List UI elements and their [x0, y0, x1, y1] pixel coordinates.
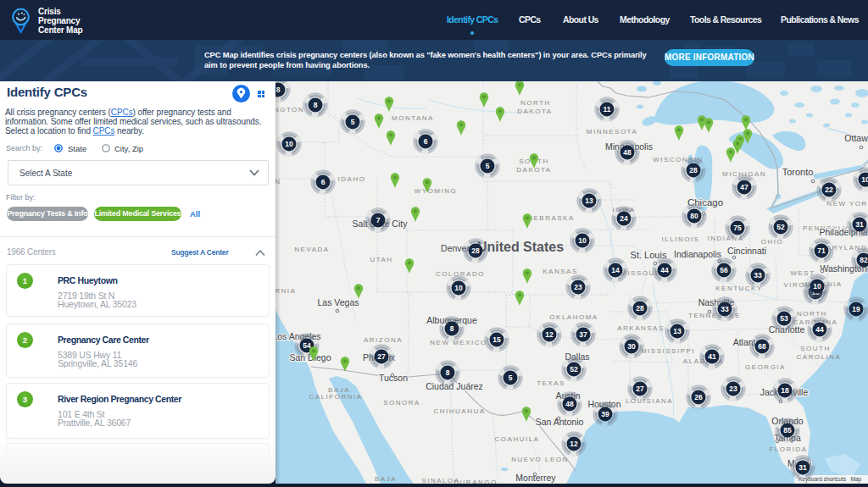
svg-text:10: 10: [454, 284, 463, 292]
svg-text:12: 12: [545, 330, 554, 339]
svg-text:CHIHUAHUA: CHIHUAHUA: [433, 407, 485, 415]
svg-text:8: 8: [450, 324, 454, 333]
svg-text:Indianapolis: Indianapolis: [674, 249, 721, 259]
svg-text:24: 24: [620, 214, 628, 223]
svg-text:NORTH: NORTH: [520, 99, 551, 107]
svg-text:DURANGO: DURANGO: [453, 479, 497, 484]
svg-text:85: 85: [783, 426, 792, 434]
svg-text:10: 10: [578, 236, 587, 245]
svg-text:NEVADA: NEVADA: [294, 246, 329, 253]
svg-text:IDAHO: IDAHO: [338, 175, 366, 183]
svg-text:75: 75: [733, 224, 742, 232]
svg-text:30: 30: [627, 342, 636, 351]
svg-text:MINNESOTA: MINNESOTA: [587, 128, 637, 136]
svg-text:56: 56: [720, 266, 728, 274]
svg-text:31: 31: [798, 463, 807, 472]
svg-text:31: 31: [855, 220, 864, 229]
svg-text:CALIFORNIA: CALIFORNIA: [309, 393, 362, 401]
svg-text:SOUTH: SOUTH: [800, 345, 831, 352]
svg-text:39: 39: [601, 410, 609, 418]
svg-text:53: 53: [780, 314, 788, 323]
svg-text:7: 7: [376, 216, 381, 224]
svg-text:Las Vegas: Las Vegas: [317, 297, 359, 307]
svg-text:22: 22: [825, 185, 833, 194]
svg-text:ILLINOIS: ILLINOIS: [662, 235, 700, 243]
svg-text:48: 48: [623, 148, 632, 157]
svg-text:10: 10: [813, 282, 821, 291]
svg-text:5: 5: [486, 162, 490, 170]
svg-text:FLORIDA: FLORIDA: [769, 445, 807, 453]
svg-text:54: 54: [303, 341, 311, 350]
svg-text:52: 52: [776, 223, 785, 231]
svg-text:6: 6: [321, 178, 326, 186]
svg-text:68: 68: [758, 342, 766, 351]
svg-text:15: 15: [492, 335, 501, 344]
svg-text:27: 27: [377, 352, 386, 361]
svg-text:UTAH: UTAH: [370, 256, 392, 263]
svg-text:37: 37: [579, 330, 587, 339]
svg-text:GEORGIA: GEORGIA: [745, 363, 786, 371]
svg-text:19: 19: [852, 305, 860, 313]
svg-text:18: 18: [781, 386, 789, 395]
svg-text:NORTH: NORTH: [797, 310, 827, 318]
svg-text:WYOMING: WYOMING: [415, 187, 458, 195]
svg-text:5: 5: [509, 374, 513, 382]
svg-text:10: 10: [861, 175, 868, 184]
svg-text:OKLAHOMA: OKLAHOMA: [549, 313, 598, 321]
svg-text:71: 71: [817, 246, 826, 255]
svg-text:11: 11: [604, 105, 611, 113]
svg-text:44: 44: [815, 325, 824, 334]
svg-text:12: 12: [570, 440, 578, 448]
svg-text:NEW MEXICO: NEW MEXICO: [430, 339, 487, 346]
svg-text:SONORA: SONORA: [383, 399, 420, 407]
svg-text:28: 28: [689, 166, 698, 174]
svg-text:TEXAS: TEXAS: [537, 379, 565, 387]
svg-text:Toronto: Toronto: [782, 167, 814, 177]
svg-text:KANSAS: KANSAS: [542, 268, 577, 275]
svg-text:BAJA: BAJA: [375, 475, 397, 483]
svg-text:44: 44: [660, 266, 669, 274]
svg-text:5: 5: [351, 118, 355, 126]
svg-text:CAROLINA: CAROLINA: [797, 353, 842, 361]
svg-text:13: 13: [585, 196, 593, 205]
svg-text:United States: United States: [477, 240, 564, 254]
svg-text:33: 33: [754, 271, 762, 279]
svg-text:52: 52: [570, 365, 578, 374]
svg-text:28: 28: [636, 304, 644, 313]
svg-text:ARKANSAS: ARKANSAS: [617, 324, 665, 332]
svg-text:MONTANA: MONTANA: [392, 114, 434, 122]
svg-text:10: 10: [285, 140, 293, 148]
svg-text:14: 14: [611, 266, 620, 274]
svg-text:23: 23: [574, 283, 582, 291]
svg-text:82: 82: [860, 256, 868, 264]
svg-text:28: 28: [471, 246, 480, 255]
svg-text:MISSISSIPPI: MISSISSIPPI: [641, 347, 695, 355]
svg-text:23: 23: [729, 385, 737, 393]
svg-text:Cincinnati: Cincinnati: [727, 246, 766, 256]
svg-text:48: 48: [565, 400, 574, 408]
svg-text:8: 8: [446, 368, 450, 377]
svg-text:COAHUILA: COAHUILA: [495, 435, 540, 443]
svg-text:8: 8: [314, 101, 318, 109]
svg-text:ARIZONA: ARIZONA: [364, 336, 403, 344]
svg-text:13: 13: [673, 327, 682, 335]
svg-text:33: 33: [721, 305, 729, 313]
svg-text:NUEVO LEON: NUEVO LEON: [511, 456, 568, 463]
svg-text:47: 47: [740, 183, 748, 191]
svg-text:Ottawa: Ottawa: [844, 133, 868, 143]
svg-text:DAKOTA: DAKOTA: [517, 108, 552, 115]
svg-text:80: 80: [690, 212, 698, 220]
svg-text:6: 6: [424, 137, 428, 146]
svg-text:NEBRASKA: NEBRASKA: [527, 214, 575, 222]
svg-text:27: 27: [636, 385, 644, 393]
svg-text:41: 41: [708, 352, 716, 361]
svg-text:26: 26: [694, 393, 703, 401]
